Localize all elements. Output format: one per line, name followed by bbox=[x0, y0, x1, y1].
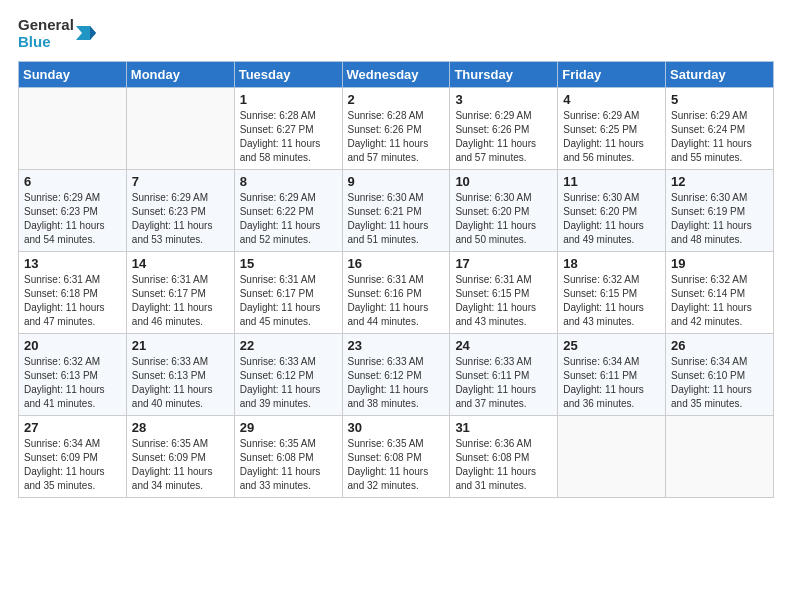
day-info: Sunrise: 6:36 AM Sunset: 6:08 PM Dayligh… bbox=[455, 437, 552, 493]
calendar-cell: 2Sunrise: 6:28 AM Sunset: 6:26 PM Daylig… bbox=[342, 87, 450, 169]
day-info: Sunrise: 6:33 AM Sunset: 6:13 PM Dayligh… bbox=[132, 355, 229, 411]
day-info: Sunrise: 6:34 AM Sunset: 6:11 PM Dayligh… bbox=[563, 355, 660, 411]
day-info: Sunrise: 6:31 AM Sunset: 6:15 PM Dayligh… bbox=[455, 273, 552, 329]
calendar-cell: 30Sunrise: 6:35 AM Sunset: 6:08 PM Dayli… bbox=[342, 415, 450, 497]
day-number: 1 bbox=[240, 92, 337, 107]
day-number: 10 bbox=[455, 174, 552, 189]
day-info: Sunrise: 6:32 AM Sunset: 6:15 PM Dayligh… bbox=[563, 273, 660, 329]
day-number: 22 bbox=[240, 338, 337, 353]
day-number: 31 bbox=[455, 420, 552, 435]
weekday-header-monday: Monday bbox=[126, 61, 234, 87]
calendar-cell: 22Sunrise: 6:33 AM Sunset: 6:12 PM Dayli… bbox=[234, 333, 342, 415]
day-info: Sunrise: 6:29 AM Sunset: 6:25 PM Dayligh… bbox=[563, 109, 660, 165]
calendar-cell: 3Sunrise: 6:29 AM Sunset: 6:26 PM Daylig… bbox=[450, 87, 558, 169]
logo-blue: Blue bbox=[18, 33, 74, 50]
weekday-header-friday: Friday bbox=[558, 61, 666, 87]
calendar-table: SundayMondayTuesdayWednesdayThursdayFrid… bbox=[18, 61, 774, 498]
calendar-cell bbox=[19, 87, 127, 169]
day-number: 14 bbox=[132, 256, 229, 271]
calendar-cell: 29Sunrise: 6:35 AM Sunset: 6:08 PM Dayli… bbox=[234, 415, 342, 497]
calendar-cell: 5Sunrise: 6:29 AM Sunset: 6:24 PM Daylig… bbox=[666, 87, 774, 169]
weekday-header-sunday: Sunday bbox=[19, 61, 127, 87]
week-row-2: 6Sunrise: 6:29 AM Sunset: 6:23 PM Daylig… bbox=[19, 169, 774, 251]
logo-arrow-icon bbox=[76, 18, 96, 48]
weekday-header-wednesday: Wednesday bbox=[342, 61, 450, 87]
day-number: 13 bbox=[24, 256, 121, 271]
calendar-cell: 9Sunrise: 6:30 AM Sunset: 6:21 PM Daylig… bbox=[342, 169, 450, 251]
day-info: Sunrise: 6:32 AM Sunset: 6:14 PM Dayligh… bbox=[671, 273, 768, 329]
logo: General Blue bbox=[18, 16, 96, 51]
day-number: 4 bbox=[563, 92, 660, 107]
day-number: 9 bbox=[348, 174, 445, 189]
day-number: 17 bbox=[455, 256, 552, 271]
day-number: 5 bbox=[671, 92, 768, 107]
weekday-header-saturday: Saturday bbox=[666, 61, 774, 87]
day-number: 20 bbox=[24, 338, 121, 353]
day-number: 30 bbox=[348, 420, 445, 435]
week-row-4: 20Sunrise: 6:32 AM Sunset: 6:13 PM Dayli… bbox=[19, 333, 774, 415]
calendar-cell: 8Sunrise: 6:29 AM Sunset: 6:22 PM Daylig… bbox=[234, 169, 342, 251]
day-info: Sunrise: 6:31 AM Sunset: 6:18 PM Dayligh… bbox=[24, 273, 121, 329]
day-info: Sunrise: 6:28 AM Sunset: 6:26 PM Dayligh… bbox=[348, 109, 445, 165]
calendar-cell: 14Sunrise: 6:31 AM Sunset: 6:17 PM Dayli… bbox=[126, 251, 234, 333]
svg-marker-1 bbox=[90, 26, 96, 40]
day-info: Sunrise: 6:29 AM Sunset: 6:23 PM Dayligh… bbox=[24, 191, 121, 247]
week-row-5: 27Sunrise: 6:34 AM Sunset: 6:09 PM Dayli… bbox=[19, 415, 774, 497]
day-info: Sunrise: 6:35 AM Sunset: 6:09 PM Dayligh… bbox=[132, 437, 229, 493]
day-number: 23 bbox=[348, 338, 445, 353]
week-row-3: 13Sunrise: 6:31 AM Sunset: 6:18 PM Dayli… bbox=[19, 251, 774, 333]
day-info: Sunrise: 6:31 AM Sunset: 6:16 PM Dayligh… bbox=[348, 273, 445, 329]
day-number: 29 bbox=[240, 420, 337, 435]
day-info: Sunrise: 6:33 AM Sunset: 6:12 PM Dayligh… bbox=[348, 355, 445, 411]
day-number: 15 bbox=[240, 256, 337, 271]
calendar-cell: 20Sunrise: 6:32 AM Sunset: 6:13 PM Dayli… bbox=[19, 333, 127, 415]
day-number: 6 bbox=[24, 174, 121, 189]
day-number: 3 bbox=[455, 92, 552, 107]
calendar-cell: 24Sunrise: 6:33 AM Sunset: 6:11 PM Dayli… bbox=[450, 333, 558, 415]
day-number: 12 bbox=[671, 174, 768, 189]
calendar-cell: 21Sunrise: 6:33 AM Sunset: 6:13 PM Dayli… bbox=[126, 333, 234, 415]
day-info: Sunrise: 6:35 AM Sunset: 6:08 PM Dayligh… bbox=[240, 437, 337, 493]
day-info: Sunrise: 6:33 AM Sunset: 6:12 PM Dayligh… bbox=[240, 355, 337, 411]
day-number: 18 bbox=[563, 256, 660, 271]
day-number: 7 bbox=[132, 174, 229, 189]
day-info: Sunrise: 6:30 AM Sunset: 6:21 PM Dayligh… bbox=[348, 191, 445, 247]
day-number: 8 bbox=[240, 174, 337, 189]
calendar-cell: 7Sunrise: 6:29 AM Sunset: 6:23 PM Daylig… bbox=[126, 169, 234, 251]
day-number: 28 bbox=[132, 420, 229, 435]
day-info: Sunrise: 6:30 AM Sunset: 6:20 PM Dayligh… bbox=[563, 191, 660, 247]
calendar-cell: 17Sunrise: 6:31 AM Sunset: 6:15 PM Dayli… bbox=[450, 251, 558, 333]
day-info: Sunrise: 6:34 AM Sunset: 6:10 PM Dayligh… bbox=[671, 355, 768, 411]
calendar-cell: 1Sunrise: 6:28 AM Sunset: 6:27 PM Daylig… bbox=[234, 87, 342, 169]
calendar-cell: 31Sunrise: 6:36 AM Sunset: 6:08 PM Dayli… bbox=[450, 415, 558, 497]
day-number: 11 bbox=[563, 174, 660, 189]
calendar-cell: 28Sunrise: 6:35 AM Sunset: 6:09 PM Dayli… bbox=[126, 415, 234, 497]
calendar-cell: 16Sunrise: 6:31 AM Sunset: 6:16 PM Dayli… bbox=[342, 251, 450, 333]
day-info: Sunrise: 6:31 AM Sunset: 6:17 PM Dayligh… bbox=[132, 273, 229, 329]
page: General Blue SundayMondayTuesdayWednesda… bbox=[0, 0, 792, 612]
day-number: 24 bbox=[455, 338, 552, 353]
week-row-1: 1Sunrise: 6:28 AM Sunset: 6:27 PM Daylig… bbox=[19, 87, 774, 169]
calendar-cell: 11Sunrise: 6:30 AM Sunset: 6:20 PM Dayli… bbox=[558, 169, 666, 251]
calendar-cell: 10Sunrise: 6:30 AM Sunset: 6:20 PM Dayli… bbox=[450, 169, 558, 251]
day-number: 2 bbox=[348, 92, 445, 107]
logo-text-block: General Blue bbox=[18, 16, 74, 51]
day-info: Sunrise: 6:33 AM Sunset: 6:11 PM Dayligh… bbox=[455, 355, 552, 411]
calendar-cell: 4Sunrise: 6:29 AM Sunset: 6:25 PM Daylig… bbox=[558, 87, 666, 169]
calendar-cell: 18Sunrise: 6:32 AM Sunset: 6:15 PM Dayli… bbox=[558, 251, 666, 333]
calendar-cell: 27Sunrise: 6:34 AM Sunset: 6:09 PM Dayli… bbox=[19, 415, 127, 497]
day-number: 27 bbox=[24, 420, 121, 435]
day-info: Sunrise: 6:32 AM Sunset: 6:13 PM Dayligh… bbox=[24, 355, 121, 411]
day-number: 21 bbox=[132, 338, 229, 353]
calendar-cell: 23Sunrise: 6:33 AM Sunset: 6:12 PM Dayli… bbox=[342, 333, 450, 415]
day-number: 16 bbox=[348, 256, 445, 271]
day-info: Sunrise: 6:30 AM Sunset: 6:20 PM Dayligh… bbox=[455, 191, 552, 247]
calendar-cell bbox=[666, 415, 774, 497]
day-info: Sunrise: 6:30 AM Sunset: 6:19 PM Dayligh… bbox=[671, 191, 768, 247]
day-info: Sunrise: 6:29 AM Sunset: 6:24 PM Dayligh… bbox=[671, 109, 768, 165]
day-info: Sunrise: 6:28 AM Sunset: 6:27 PM Dayligh… bbox=[240, 109, 337, 165]
calendar-cell: 25Sunrise: 6:34 AM Sunset: 6:11 PM Dayli… bbox=[558, 333, 666, 415]
logo-general: General bbox=[18, 16, 74, 33]
weekday-header-row: SundayMondayTuesdayWednesdayThursdayFrid… bbox=[19, 61, 774, 87]
day-info: Sunrise: 6:31 AM Sunset: 6:17 PM Dayligh… bbox=[240, 273, 337, 329]
